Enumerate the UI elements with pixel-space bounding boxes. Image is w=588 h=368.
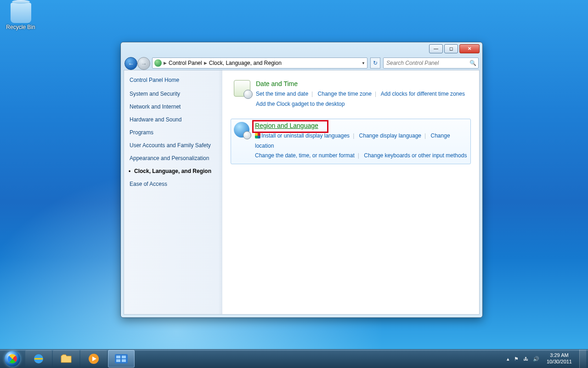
task-change-time-zone[interactable]: Change the time zone (318, 91, 372, 97)
task-change-display-language[interactable]: Change display language (359, 132, 421, 139)
svg-rect-5 (122, 356, 126, 358)
desktop-icon-label: Recycle Bin (5, 24, 37, 30)
search-input[interactable] (385, 59, 469, 67)
taskbar-clock[interactable]: 3:29 AM 10/30/2011 (544, 352, 575, 365)
task-list: Set the time and date| Change the time z… (256, 89, 465, 109)
sidebar-home-link[interactable]: Control Panel Home (130, 77, 217, 83)
close-button[interactable]: ✕ (459, 44, 480, 53)
category-heading[interactable]: Region and Language (255, 122, 468, 129)
breadcrumb-separator-icon: ▶ (164, 61, 167, 65)
task-install-languages[interactable]: Install or uninstall display languages (261, 132, 350, 139)
breadcrumb-current[interactable]: Clock, Language, and Region (209, 60, 282, 66)
category-date-and-time: Date and Time Set the time and date| Cha… (231, 77, 471, 112)
category-heading[interactable]: Date and Time (256, 80, 465, 87)
control-panel-window: — ◻ ✕ ← → ▶ Control Panel ▶ Clock, Langu… (120, 42, 483, 318)
task-add-clocks[interactable]: Add clocks for different time zones (381, 91, 465, 97)
address-dropdown-icon[interactable]: ▼ (362, 61, 365, 65)
sidebar-item-user-accounts[interactable]: User Accounts and Family Safety (130, 142, 217, 149)
taskbar[interactable]: ▴ ⚑ 🖧 🔊 3:29 AM 10/30/2011 (0, 349, 588, 368)
sidebar-item-hardware-sound[interactable]: Hardware and Sound (130, 116, 217, 123)
breadcrumb-root[interactable]: Control Panel (169, 60, 202, 66)
maximize-button[interactable]: ◻ (444, 44, 458, 53)
sidebar-item-programs[interactable]: Programs (130, 129, 217, 136)
network-icon[interactable]: 🖧 (523, 356, 528, 362)
task-list: Install or uninstall display languages| … (255, 131, 468, 161)
uac-shield-icon (255, 133, 260, 138)
back-button[interactable]: ← (124, 57, 137, 70)
start-orb-icon (5, 351, 20, 367)
task-change-formats[interactable]: Change the date, time, or number format (255, 152, 355, 159)
taskbar-app-ie[interactable] (25, 350, 52, 368)
action-center-icon[interactable]: ⚑ (514, 356, 519, 362)
media-player-icon (88, 353, 100, 365)
sidebar-item-ease-of-access[interactable]: Ease of Access (130, 181, 217, 188)
address-bar[interactable]: ▶ Control Panel ▶ Clock, Language, and R… (152, 58, 368, 69)
sidebar-item-network-internet[interactable]: Network and Internet (130, 104, 217, 110)
system-tray: ▴ ⚑ 🖧 🔊 3:29 AM 10/30/2011 (505, 350, 588, 368)
search-icon: 🔍 (469, 60, 476, 66)
desktop-icon-recycle-bin[interactable]: Recycle Bin (5, 3, 37, 30)
search-box[interactable]: 🔍 (383, 58, 479, 69)
sidebar: Control Panel Home System and Security N… (124, 70, 222, 314)
taskbar-app-control-panel[interactable] (108, 350, 135, 368)
taskbar-app-media-player[interactable] (80, 350, 107, 368)
category-region-and-language: Region and Language Install or uninstall… (231, 119, 471, 164)
region-language-icon (234, 122, 249, 138)
tray-overflow-icon[interactable]: ▴ (507, 356, 509, 362)
breadcrumb-separator-icon: ▶ (204, 61, 207, 65)
control-panel-icon (114, 354, 128, 364)
refresh-button[interactable]: ↻ (370, 58, 380, 69)
control-panel-icon (154, 59, 162, 67)
content-pane: Date and Time Set the time and date| Cha… (222, 70, 479, 314)
date-time-icon (234, 80, 250, 97)
volume-icon[interactable]: 🔊 (533, 356, 539, 362)
recycle-bin-icon (11, 3, 31, 23)
svg-rect-6 (116, 359, 120, 362)
folder-icon (60, 354, 72, 364)
svg-rect-7 (122, 359, 126, 362)
clock-time: 3:29 AM (547, 352, 572, 359)
start-button[interactable] (0, 350, 25, 368)
task-set-time-date[interactable]: Set the time and date (256, 91, 308, 97)
task-change-keyboards[interactable]: Change keyboards or other input methods (364, 152, 467, 159)
taskbar-app-explorer[interactable] (53, 350, 79, 368)
forward-button[interactable]: → (137, 57, 150, 70)
sidebar-item-system-security[interactable]: System and Security (130, 91, 217, 98)
navigation-row: ← → ▶ Control Panel ▶ Clock, Language, a… (121, 56, 482, 70)
show-desktop-button[interactable] (579, 350, 586, 368)
window-titlebar[interactable]: — ◻ ✕ (121, 42, 482, 56)
clock-date: 10/30/2011 (547, 359, 572, 365)
task-add-clock-gadget[interactable]: Add the Clock gadget to the desktop (256, 101, 345, 107)
ie-icon (33, 353, 45, 365)
svg-rect-4 (116, 356, 120, 358)
sidebar-item-clock-language-region[interactable]: Clock, Language, and Region (130, 168, 217, 175)
minimize-button[interactable]: — (429, 44, 443, 53)
sidebar-item-appearance[interactable]: Appearance and Personalization (130, 155, 217, 162)
